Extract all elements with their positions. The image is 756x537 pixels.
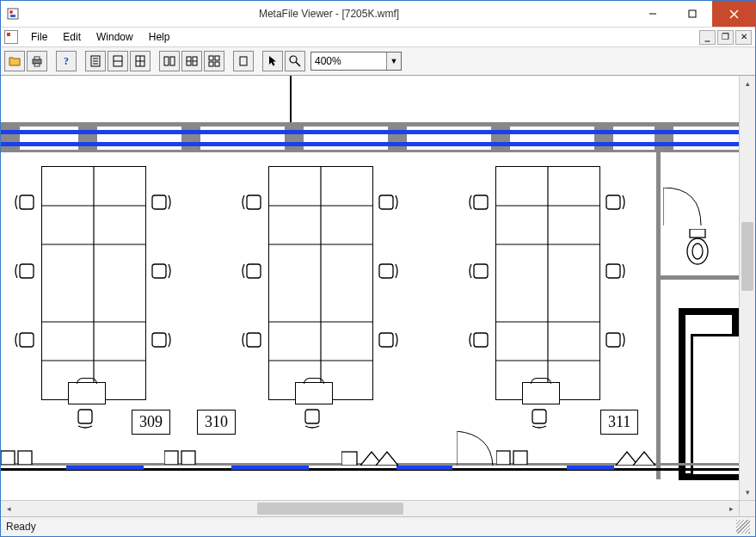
titlebar: MetaFile Viewer - [7205K.wmf] [1,1,755,28]
maximize-button[interactable] [673,1,712,27]
chair-icon [149,259,173,283]
svg-line-32 [296,62,300,66]
content-area: 309 310 311 ▴ ▾ [1,76,755,500]
svg-point-1 [9,10,13,14]
status-text: Ready [6,521,36,533]
pointer-button[interactable] [262,51,283,71]
svg-rect-8 [34,57,40,59]
svg-text:?: ? [64,55,69,67]
fit-width-button[interactable] [108,51,128,71]
svg-rect-72 [1,451,15,465]
fixture-icon [1,444,44,467]
svg-rect-69 [690,229,705,238]
scroll-up-icon[interactable]: ▴ [740,76,755,91]
two-column-button[interactable] [159,51,180,71]
svg-rect-67 [606,333,620,347]
svg-rect-66 [606,264,620,278]
chair-icon [240,328,264,352]
scroll-down-icon[interactable]: ▾ [740,485,755,500]
svg-rect-56 [305,410,319,423]
door-swing [457,431,496,466]
wall-segment [290,76,292,127]
chair-icon [240,259,264,283]
desk-cluster [268,166,373,400]
chair-icon [603,190,627,214]
zoom-select[interactable]: 400% ▼ [310,52,402,71]
svg-rect-74 [164,451,178,465]
fixture-icon [685,229,710,267]
mdi-restore-button[interactable]: ❐ [717,30,734,45]
window-controls [633,1,755,27]
svg-rect-43 [152,333,166,347]
svg-rect-75 [181,451,195,465]
vertical-scrollbar[interactable]: ▴ ▾ [739,76,755,500]
open-button[interactable] [4,51,25,71]
app-icon [6,7,20,21]
close-button[interactable] [712,1,755,27]
resize-grip-icon[interactable] [736,520,750,534]
single-page-button[interactable] [233,51,254,71]
app-window: MetaFile Viewer - [7205K.wmf] File Edit … [0,0,756,537]
menubar: File Edit Window Help ‗ ❐ ✕ [1,28,755,47]
fixture-icon [164,444,199,467]
divider [396,466,452,470]
fit-page-button[interactable] [85,51,106,71]
svg-rect-50 [247,195,261,209]
menu-file[interactable]: File [23,29,55,45]
scroll-right-icon[interactable]: ▸ [723,501,739,516]
room-label: 309 [132,410,170,435]
svg-rect-54 [379,264,393,278]
divider [231,466,309,470]
help-button[interactable]: ? [56,51,77,71]
scroll-left-icon[interactable]: ◂ [1,501,16,516]
svg-rect-20 [164,57,169,65]
print-button[interactable] [27,51,47,71]
svg-rect-27 [215,56,219,60]
scroll-thumb[interactable] [741,222,753,291]
wall-segment [1,150,739,152]
divider [567,466,614,470]
toolbar: ? 400% ▼ [1,47,755,76]
dropdown-arrow-icon: ▼ [386,52,401,70]
svg-rect-0 [8,9,18,19]
divider [1,142,739,146]
svg-rect-63 [474,264,488,278]
svg-rect-7 [33,59,41,64]
scroll-thumb[interactable] [257,503,403,515]
svg-rect-39 [20,264,34,278]
chair-icon [603,259,627,283]
menu-edit[interactable]: Edit [55,29,89,45]
svg-rect-40 [20,333,34,347]
four-up-button[interactable] [204,51,224,71]
svg-rect-68 [532,410,546,423]
svg-rect-44 [78,410,92,423]
svg-rect-64 [474,333,488,347]
two-column-split-button[interactable] [181,51,202,71]
menu-window[interactable]: Window [89,29,141,45]
svg-rect-65 [606,195,620,209]
wall-segment [656,152,661,479]
svg-point-71 [692,244,703,259]
mdi-close-button[interactable]: ✕ [735,30,752,45]
statusbar: Ready [1,516,755,536]
svg-rect-38 [20,195,34,209]
scroll-track[interactable] [16,501,723,516]
document-canvas[interactable]: 309 310 311 [1,76,739,500]
menu-help[interactable]: Help [141,29,178,45]
horizontal-scrollbar[interactable]: ◂ ▸ [1,500,755,516]
mdi-minimize-button[interactable]: ‗ [699,30,716,45]
equipment-icon [295,382,333,404]
minimize-button[interactable] [633,1,673,27]
zoom-button[interactable] [285,51,305,71]
fixture-icon [614,441,661,468]
chair-icon [376,190,400,214]
svg-rect-28 [209,62,213,66]
door-swing [663,188,704,229]
equipment-icon [522,382,560,404]
room-label: 311 [600,410,638,435]
svg-rect-26 [209,56,213,60]
mdi-controls: ‗ ❐ ✕ [699,30,752,45]
grid-button[interactable] [130,51,151,71]
chair-icon [467,259,491,283]
chair-icon [300,406,324,430]
